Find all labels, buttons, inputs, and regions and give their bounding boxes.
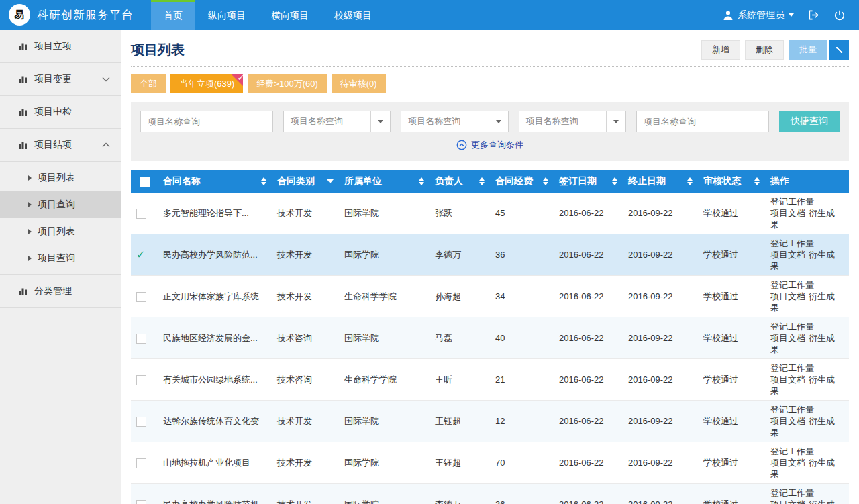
- sort-icon[interactable]: [543, 177, 548, 185]
- action-link-register-workload[interactable]: 登记工作量: [770, 238, 814, 248]
- search-input-1[interactable]: [140, 111, 273, 132]
- table-row[interactable]: ✓ 达斡尔族传统体育文化变 技术开发 国际学院 王钰超 12 2016-06-2…: [131, 401, 849, 442]
- action-link-project-docs[interactable]: 项目文档: [770, 333, 805, 343]
- row-checkbox[interactable]: [136, 417, 146, 427]
- sidebar-item-project-change[interactable]: 项目变更: [0, 63, 121, 96]
- expand-button[interactable]: [829, 40, 849, 60]
- delete-button[interactable]: 删除: [745, 40, 784, 60]
- table-row[interactable]: ✓ 民族地区经济发展的金... 技术咨询 国际学院 马磊 40 2016-06-…: [131, 317, 849, 359]
- nav-tab-vertical-projects[interactable]: 纵向项目: [195, 0, 258, 30]
- sidebar-item-project-list-2[interactable]: 项目列表: [0, 218, 121, 245]
- sidebar-item-category-management[interactable]: 分类管理: [0, 275, 121, 308]
- batch-button[interactable]: 批量: [789, 40, 827, 60]
- user-icon: [723, 10, 734, 21]
- sidebar-item-project-midcheck[interactable]: 项目中检: [0, 96, 121, 129]
- row-checkbox[interactable]: [136, 458, 146, 468]
- action-link-register-workload[interactable]: 登记工作量: [770, 321, 814, 332]
- sort-icon[interactable]: [479, 177, 485, 185]
- cell-leader: 王钰超: [430, 401, 490, 442]
- column-header-sign-date[interactable]: 签订日期: [554, 170, 623, 193]
- filter-dropdown-icon[interactable]: [327, 179, 334, 183]
- chevron-down-icon: [489, 111, 508, 132]
- action-link-project-docs[interactable]: 项目文档: [770, 374, 805, 385]
- action-link-register-workload[interactable]: 登记工作量: [770, 363, 814, 373]
- table-row[interactable]: ✓ 民办高校办学风险防范机 技术开发 国际学院 李德万 36 2016-06-2…: [131, 484, 849, 504]
- row-checkbox[interactable]: [136, 292, 146, 302]
- cell-actions: 登记工作量项目文档衍生成果: [765, 442, 849, 484]
- row-checkbox[interactable]: [136, 500, 146, 504]
- power-icon[interactable]: [833, 9, 846, 21]
- nav-tab-home[interactable]: 首页: [151, 0, 195, 30]
- search-input-5[interactable]: [636, 111, 769, 132]
- column-header-contract-name[interactable]: 合同名称: [158, 170, 272, 193]
- more-conditions-link[interactable]: 更多查询条件: [456, 139, 523, 151]
- filter-tab-funding-over-1m[interactable]: 经费>100万(60) ✓: [248, 74, 326, 93]
- add-button[interactable]: 新增: [701, 40, 740, 60]
- column-header-contract-type[interactable]: 合同类别: [272, 170, 339, 193]
- cell-actions: 登记工作量项目文档衍生成果: [765, 234, 849, 276]
- row-checkbox[interactable]: [136, 334, 146, 344]
- search-select-2[interactable]: 项目名称查询: [283, 111, 391, 132]
- column-header-actions[interactable]: 操作: [765, 170, 849, 193]
- chevron-down-icon: [789, 13, 794, 17]
- action-link-register-workload[interactable]: 登记工作量: [770, 197, 814, 207]
- table-row[interactable]: ✓ 山地拖拉机产业化项目 技术开发 国际学院 王钰超 70 2016-06-22…: [131, 442, 849, 484]
- column-header-end-date[interactable]: 终止日期: [623, 170, 698, 193]
- sidebar-item-project-query-1[interactable]: 项目查询: [0, 191, 121, 218]
- table-row[interactable]: ✓ 正文用宋体家族字库系统 技术开发 生命科学学院 孙海超 34 2016-06…: [131, 276, 849, 317]
- select-all-checkbox[interactable]: [140, 177, 150, 187]
- sidebar-item-project-initiation[interactable]: 项目立项: [0, 30, 121, 63]
- quick-search-button[interactable]: 快捷查询: [779, 111, 840, 132]
- filter-tab-current-year[interactable]: 当年立项(639) ✓: [170, 74, 243, 93]
- cell-contract-type: 技术开发: [272, 234, 339, 276]
- search-select-4[interactable]: 项目名称查询: [519, 111, 626, 132]
- sort-icon[interactable]: [754, 177, 760, 185]
- column-header-leader[interactable]: 负责人: [430, 170, 490, 193]
- table-row[interactable]: ✓ 民办高校办学风险防范... 技术开发 国际学院 李德万 36 2016-06…: [131, 234, 849, 276]
- action-link-project-docs[interactable]: 项目文档: [770, 458, 805, 468]
- cell-status: 学校通过: [698, 359, 765, 401]
- cell-contract-name: 正文用宋体家族字库系统: [158, 276, 272, 317]
- sidebar-item-project-list-1[interactable]: 项目列表: [0, 164, 121, 191]
- cell-fee: 36: [490, 484, 554, 504]
- column-header-fee[interactable]: 合同经费: [490, 170, 554, 193]
- cell-end-date: 2016-09-22: [623, 401, 698, 442]
- sort-icon[interactable]: [261, 177, 266, 185]
- action-link-project-docs[interactable]: 项目文档: [770, 499, 805, 504]
- table-row[interactable]: ✓ 多元智能理论指导下... 技术开发 国际学院 张跃 45 2016-06-2…: [131, 193, 849, 234]
- circle-arrow-up-icon: [456, 140, 467, 150]
- user-menu[interactable]: 系统管理员: [723, 9, 794, 21]
- sidebar-item-project-query-2[interactable]: 项目查询: [0, 245, 121, 272]
- nav-tab-horizontal-projects[interactable]: 横向项目: [258, 0, 321, 30]
- action-link-project-docs[interactable]: 项目文档: [770, 208, 805, 218]
- cell-unit: 国际学院: [339, 484, 430, 504]
- cell-status: 学校通过: [698, 276, 765, 317]
- column-header-unit[interactable]: 所属单位: [339, 170, 430, 193]
- column-header-status[interactable]: 审核状态: [698, 170, 765, 193]
- action-link-register-workload[interactable]: 登记工作量: [770, 446, 814, 456]
- switch-account-icon[interactable]: [807, 9, 820, 21]
- nav-tab-school-projects[interactable]: 校级项目: [321, 0, 385, 30]
- sort-icon[interactable]: [687, 177, 693, 185]
- search-select-3[interactable]: 项目名称查询: [401, 111, 508, 132]
- cell-unit: 国际学院: [339, 401, 430, 442]
- filter-tab-all[interactable]: 全部 ✓: [131, 74, 166, 93]
- filter-tab-pending-review[interactable]: 待审核(0) ✓: [332, 74, 386, 93]
- action-link-project-docs[interactable]: 项目文档: [770, 416, 805, 426]
- action-link-project-docs[interactable]: 项目文档: [770, 291, 805, 301]
- cell-sign-date: 2016-06-22: [554, 401, 623, 442]
- action-link-register-workload[interactable]: 登记工作量: [770, 280, 814, 290]
- row-checkbox[interactable]: [136, 375, 146, 385]
- content-header: 项目列表 新增 删除 批量: [131, 33, 849, 66]
- action-link-register-workload[interactable]: 登记工作量: [770, 405, 814, 415]
- cell-unit: 生命科学学院: [339, 276, 430, 317]
- sort-icon[interactable]: [612, 177, 617, 185]
- sort-icon[interactable]: [419, 177, 424, 185]
- action-link-register-workload[interactable]: 登记工作量: [770, 488, 814, 498]
- main-menu: 首页纵向项目横向项目校级项目: [151, 0, 385, 30]
- action-link-project-docs[interactable]: 项目文档: [770, 250, 805, 260]
- row-checkbox[interactable]: [136, 209, 146, 219]
- table-row[interactable]: ✓ 有关城市公园绿地系统... 技术咨询 生命科学学院 王昕 21 2016-0…: [131, 359, 849, 401]
- chevron-icon: [102, 142, 110, 148]
- sidebar-item-project-closure[interactable]: 项目结项: [0, 129, 121, 162]
